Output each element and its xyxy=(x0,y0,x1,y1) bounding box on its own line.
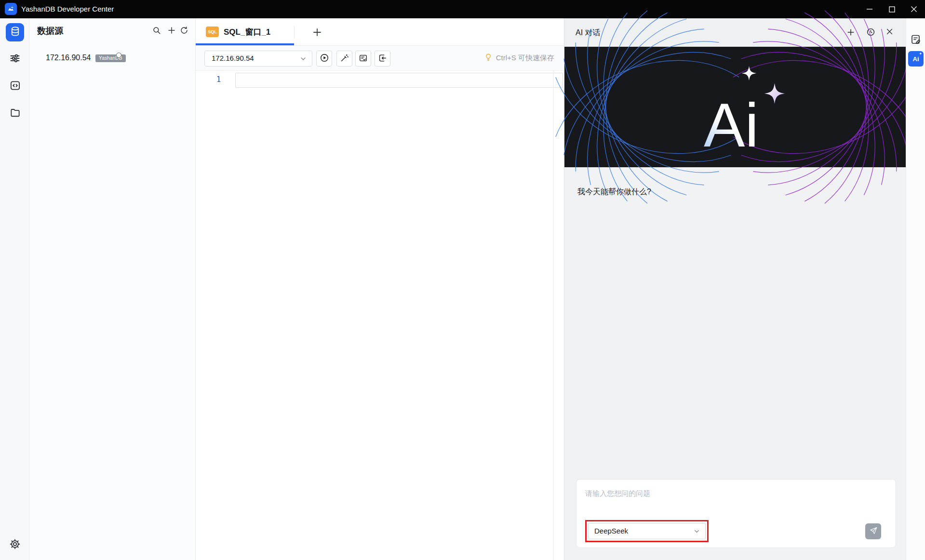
connection-select-value: 172.16.90.54 xyxy=(212,54,254,62)
format-button[interactable] xyxy=(375,51,390,67)
editor-cursor-line[interactable] xyxy=(235,73,563,88)
import-arrow-icon xyxy=(378,53,387,64)
send-plane-icon xyxy=(869,526,878,536)
ai-assistant-button[interactable]: Ai ✦ xyxy=(908,51,924,67)
ai-greeting: 我今天能帮你做什么? xyxy=(577,187,651,197)
lightbulb-icon xyxy=(484,53,493,63)
close-button[interactable] xyxy=(903,0,925,18)
activity-bar xyxy=(0,18,29,560)
code-icon xyxy=(10,80,21,93)
sql-editor[interactable]: 1 xyxy=(196,71,564,560)
right-rail: Ai ✦ xyxy=(906,18,925,560)
app-window: YashanDB Developer Center xyxy=(0,0,925,560)
nav-settings-button[interactable] xyxy=(6,50,24,68)
model-select[interactable]: DeepSeek xyxy=(588,523,706,539)
save-hint-text: Ctrl+S 可快速保存 xyxy=(496,53,554,63)
nav-datasource-button[interactable] xyxy=(6,23,24,41)
ai-question-input[interactable]: 请输入您想问的问题 xyxy=(585,489,650,498)
sql-file-icon: SQL xyxy=(206,27,219,37)
refresh-icon[interactable] xyxy=(180,26,188,35)
settings-gear-button[interactable] xyxy=(6,536,24,554)
tab-label: SQL_窗口_1 xyxy=(224,27,270,38)
tab-sql-window-1[interactable]: SQL SQL_窗口_1 xyxy=(196,18,294,46)
ai-chat-panel: AI 对话 xyxy=(564,18,906,560)
new-chat-icon[interactable] xyxy=(846,27,856,37)
minimize-button[interactable] xyxy=(858,0,881,18)
gear-icon xyxy=(9,538,21,552)
nav-console-button[interactable] xyxy=(6,77,24,95)
comment-button[interactable] xyxy=(355,51,371,67)
ai-panel-header: AI 对话 xyxy=(564,18,906,47)
minimap-divider xyxy=(553,71,554,560)
panel-title: 数据源 xyxy=(37,25,63,37)
active-tab-indicator xyxy=(196,43,294,45)
editor-area: SQL SQL_窗口_1 172.16.90.54 xyxy=(196,18,564,560)
connection-name: 172.16.90.54 xyxy=(46,53,91,62)
connection-status-dot xyxy=(116,53,121,58)
sparkle-icon: ✦ xyxy=(919,52,922,56)
maximize-button[interactable] xyxy=(881,0,903,18)
send-button[interactable] xyxy=(865,523,881,539)
database-icon xyxy=(10,26,21,39)
chevron-down-icon xyxy=(693,528,700,535)
beautify-button[interactable] xyxy=(336,51,352,67)
ai-assistant-label: Ai xyxy=(913,55,919,63)
app-logo-icon xyxy=(5,3,17,15)
sliders-icon xyxy=(9,53,21,66)
ai-input-card: 请输入您想问的问题 DeepSeek xyxy=(576,479,896,548)
add-datasource-icon[interactable] xyxy=(167,26,176,35)
search-icon[interactable] xyxy=(152,26,161,35)
magic-wand-icon xyxy=(340,53,349,64)
tabbar: SQL SQL_窗口_1 xyxy=(196,18,564,46)
ai-banner: Ai xyxy=(564,47,906,167)
editor-toolbar: 172.16.90.54 xyxy=(196,46,564,71)
annotation-highlight-box: DeepSeek xyxy=(585,520,709,542)
run-button[interactable] xyxy=(316,51,332,67)
run-icon xyxy=(320,53,329,64)
folder-icon xyxy=(10,107,21,120)
datasource-panel: 数据源 172.16.90.54 YashanDB xyxy=(29,18,196,560)
save-hint: Ctrl+S 可快速保存 xyxy=(484,53,554,63)
notes-edit-icon[interactable] xyxy=(910,34,922,45)
close-panel-icon[interactable] xyxy=(885,27,895,37)
model-select-value: DeepSeek xyxy=(594,527,628,535)
titlebar: YashanDB Developer Center xyxy=(0,0,925,18)
datasource-tree-item[interactable]: 172.16.90.54 YashanDB xyxy=(29,52,195,66)
history-icon[interactable] xyxy=(866,27,876,37)
ai-panel-title: AI 对话 xyxy=(576,28,601,38)
datasource-panel-header: 数据源 xyxy=(29,18,195,41)
window-title: YashanDB Developer Center xyxy=(21,0,114,18)
note-check-icon xyxy=(359,53,368,64)
banner-ai-text: Ai xyxy=(704,91,759,160)
chevron-down-icon xyxy=(299,55,307,63)
new-tab-button[interactable] xyxy=(311,27,323,38)
line-number: 1 xyxy=(196,75,221,84)
nav-files-button[interactable] xyxy=(6,104,24,122)
tab-separator xyxy=(294,26,295,38)
connection-select[interactable]: 172.16.90.54 xyxy=(204,51,312,67)
